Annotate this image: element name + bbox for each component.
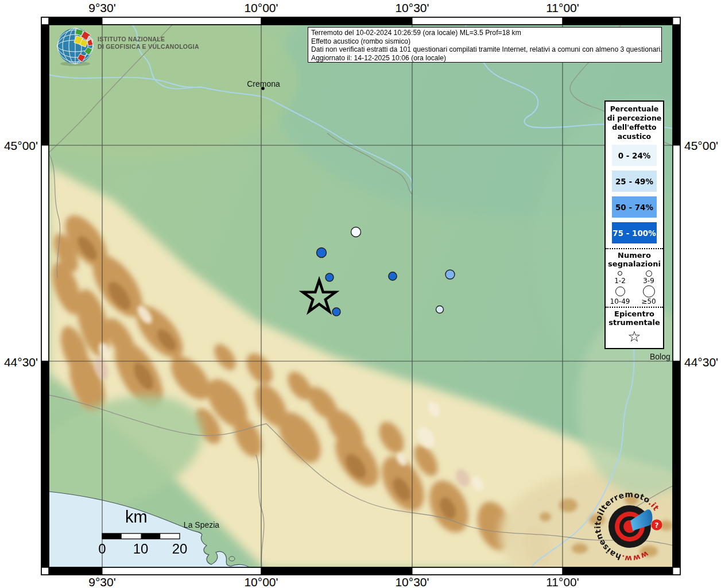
- axis-label-left-4500: 45°00': [0, 139, 38, 153]
- city-label-la-spezia: La Spezia: [184, 520, 219, 529]
- ingv-line1: ISTITUTO NAZIONALE: [98, 36, 199, 43]
- scale-bar: [102, 533, 180, 539]
- legend-percent-title: Percentuale di percezione dell'effetto a…: [607, 105, 662, 141]
- axis-label-top-930: 9°30': [88, 1, 115, 15]
- scale-tick-20: 20: [172, 541, 188, 557]
- legend-epicenter-title: Epicentro strumentale: [606, 310, 663, 327]
- axis-label-bottom-930: 9°30': [88, 575, 115, 588]
- ingv-line2: DI GEOFISICA E VULCANOLOGIA: [98, 43, 199, 51]
- legend-count-title: Numero segnalazioni: [606, 251, 663, 268]
- scale-bar-unit: km: [125, 508, 148, 527]
- count-circle-3-9-icon: [646, 270, 652, 277]
- epicenter-star-icon: ☆: [606, 328, 663, 345]
- legend-class-75-100: 75 - 100%: [612, 222, 657, 243]
- felt-report-point: [317, 248, 327, 258]
- felt-report-point: [436, 306, 444, 314]
- count-size-3-9: 3-9: [634, 270, 663, 285]
- count-label-3-9: 3-9: [643, 277, 654, 285]
- question-mark: ?: [655, 521, 659, 529]
- info-line-event: Terremoto del 10-02-2024 10:26:59 (ora l…: [311, 29, 658, 37]
- legend-class-50-74: 50 - 74%: [612, 196, 657, 218]
- count-circle-1-2-icon: [618, 271, 622, 276]
- axis-label-bottom-1000: 10°00': [244, 575, 278, 588]
- legend-count-grid: 1-2 3-9 10-49 ≥50: [606, 270, 663, 305]
- ingv-wordmark: ISTITUTO NAZIONALE DI GEOFISICA E VULCAN…: [98, 36, 199, 50]
- axis-label-top-1100: 11°00': [546, 1, 579, 15]
- axis-label-bottom-1030: 10°30': [395, 575, 429, 588]
- count-label-10-49: 10-49: [610, 297, 630, 305]
- felt-report-point: [325, 273, 334, 281]
- felt-report-point: [445, 270, 455, 279]
- count-size-1-2: 1-2: [606, 270, 634, 285]
- count-label-50plus: ≥50: [641, 297, 656, 305]
- legend-divider-2: [606, 307, 663, 308]
- axis-label-bottom-1100: 11°00': [546, 575, 579, 588]
- count-size-50plus: ≥50: [634, 285, 663, 305]
- count-size-10-49: 10-49: [606, 285, 634, 305]
- axis-label-top-1030: 10°30': [395, 1, 429, 15]
- legend-box: Percentuale di percezione dell'effetto a…: [604, 100, 664, 349]
- felt-report-point: [351, 227, 361, 237]
- legend-class-25-49: 25 - 49%: [612, 171, 657, 192]
- scale-tick-10: 10: [133, 541, 149, 557]
- axis-label-left-4430: 44°30': [0, 355, 38, 369]
- legend-divider-1: [606, 248, 663, 249]
- axis-label-right-4500: 45°00': [684, 139, 718, 153]
- count-circle-50plus-icon: [643, 285, 655, 297]
- info-line-effect: Effetto acustico (rombo sismico): [311, 37, 658, 46]
- count-circle-10-49-icon: [615, 287, 625, 296]
- city-label-bologna-clipped: Bolog: [650, 352, 670, 361]
- felt-report-point: [389, 272, 397, 280]
- axis-label-right-4430: 44°30': [684, 355, 718, 369]
- axis-label-top-1000: 10°00': [244, 1, 278, 15]
- info-line-updated: Aggiornato il: 14-12-2025 10:06 (ora loc…: [311, 54, 658, 63]
- felt-report-point: [332, 308, 340, 316]
- legend-class-0-24: 0 - 24%: [612, 145, 657, 166]
- info-line-data: Dati non verificati estratti da 101 ques…: [311, 45, 658, 54]
- count-label-1-2: 1-2: [614, 277, 626, 285]
- map-page: ? www.haisentitoilterremoto.it: [0, 0, 721, 588]
- scale-tick-0: 0: [98, 541, 106, 557]
- earthquake-info-box: Terremoto del 10-02-2024 10:26:59 (ora l…: [308, 27, 662, 63]
- city-label-cremona: Cremona: [247, 79, 280, 88]
